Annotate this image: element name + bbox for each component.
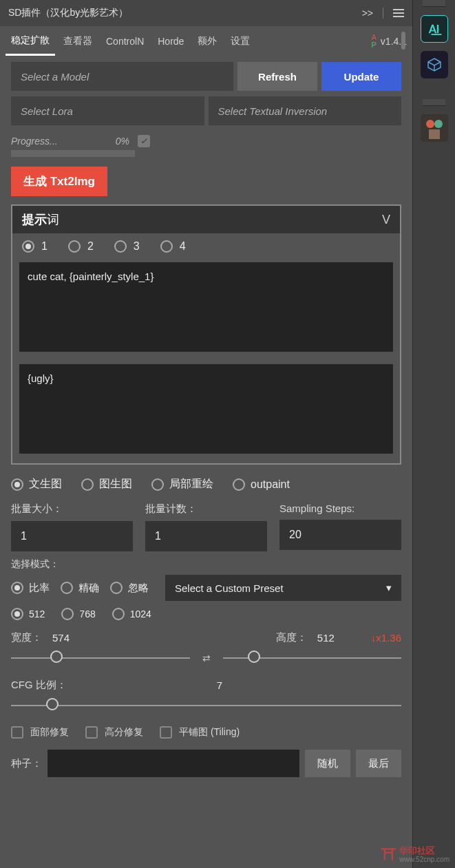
collapse-icon[interactable]: V bbox=[382, 213, 390, 227]
mode-inpaint-label: 局部重绘 bbox=[169, 477, 213, 491]
custom-preset-dropdown[interactable]: Select a Custom Preset ▾ bbox=[165, 575, 401, 601]
prompt-slot-2-radio[interactable] bbox=[68, 240, 81, 253]
mode-outpaint-label: outpaint bbox=[251, 478, 290, 491]
tiling-label: 平铺图 (Tiling) bbox=[179, 726, 240, 739]
res-1024-radio[interactable] bbox=[112, 608, 125, 620]
face-fix-checkbox[interactable] bbox=[11, 726, 23, 739]
collapse-icon[interactable]: >> bbox=[362, 8, 373, 19]
height-slider-thumb[interactable] bbox=[248, 650, 260, 663]
tab-bar: 稳定扩散 查看器 ControlN Horde 额外 设置 AP v1.4.1 bbox=[0, 26, 412, 56]
sidebar-notch bbox=[423, 0, 445, 7]
refresh-button[interactable]: Refresh bbox=[237, 62, 317, 91]
separator bbox=[383, 8, 383, 19]
tab-horde[interactable]: Horde bbox=[152, 29, 189, 54]
progress-checkbox[interactable]: ✓ bbox=[138, 135, 150, 147]
mode-outpaint-radio[interactable] bbox=[233, 478, 245, 491]
mode-txt2img-radio[interactable] bbox=[11, 478, 23, 491]
update-button[interactable]: Update bbox=[321, 62, 401, 91]
prompt-slot-3-label: 3 bbox=[134, 240, 140, 253]
prompt-header[interactable]: 提示词 V bbox=[12, 206, 400, 233]
batch-count-label: 批量计数： bbox=[145, 502, 267, 516]
menu-icon[interactable] bbox=[393, 9, 404, 17]
steps-input[interactable] bbox=[279, 520, 401, 550]
tab-stable-diffusion[interactable]: 稳定扩散 bbox=[6, 28, 55, 56]
watermark-en: www.52cnp.com bbox=[399, 855, 449, 864]
batch-size-label: 批量大小： bbox=[11, 502, 133, 516]
cfg-slider-thumb[interactable] bbox=[46, 698, 59, 710]
height-label: 高度： bbox=[276, 631, 317, 644]
titlebar: SD插件（汉化by光影艺术） >> bbox=[0, 0, 412, 26]
ratio-mode-radio[interactable] bbox=[11, 582, 23, 594]
exact-mode-radio[interactable] bbox=[61, 582, 73, 594]
ap-indicator: AP bbox=[372, 34, 377, 49]
mode-img2img-radio[interactable] bbox=[81, 478, 94, 491]
svg-point-4 bbox=[434, 120, 443, 128]
mode-inpaint-radio[interactable] bbox=[151, 478, 164, 491]
prompt-slot-row: 1 2 3 4 bbox=[12, 233, 400, 260]
res-512-radio[interactable] bbox=[11, 608, 23, 620]
mode-img2img-label: 图生图 bbox=[99, 477, 132, 491]
ai-plugin-icon[interactable]: A͟I bbox=[421, 15, 448, 43]
select-textual-inversion-dropdown[interactable]: Select Textual Inversion bbox=[209, 96, 402, 125]
height-slider[interactable] bbox=[223, 657, 402, 659]
right-sidebar: A͟I bbox=[412, 0, 455, 868]
svg-rect-5 bbox=[429, 129, 440, 139]
prompt-slot-4-label: 4 bbox=[180, 240, 186, 253]
watermark-cn: 华印社区 bbox=[399, 846, 449, 855]
width-value: 574 bbox=[52, 632, 94, 644]
batch-size-input[interactable] bbox=[11, 521, 133, 551]
ignore-mode-radio[interactable] bbox=[110, 582, 123, 594]
negative-prompt-input[interactable]: {ugly} bbox=[19, 364, 393, 454]
res-768-label: 768 bbox=[79, 608, 95, 620]
ignore-mode-label: 忽略 bbox=[128, 582, 149, 595]
main-panel: SD插件（汉化by光影艺术） >> 稳定扩散 查看器 ControlN Hord… bbox=[0, 0, 412, 868]
tabs-scrollbar[interactable] bbox=[401, 32, 405, 50]
select-model-dropdown[interactable]: Select a Model bbox=[11, 62, 233, 91]
mode-txt2img-label: 文生图 bbox=[29, 477, 62, 491]
res-768-radio[interactable] bbox=[61, 608, 74, 620]
hires-fix-label: 高分修复 bbox=[105, 726, 143, 739]
progress-percent: 0% bbox=[116, 136, 129, 147]
width-slider-thumb[interactable] bbox=[50, 650, 63, 663]
tab-controlnet[interactable]: ControlN bbox=[100, 29, 149, 54]
watermark: ⛩ 华印社区 www.52cnp.com bbox=[381, 846, 449, 864]
height-value: 512 bbox=[317, 632, 359, 644]
tab-viewer[interactable]: 查看器 bbox=[58, 28, 98, 54]
art-thumbnail-icon[interactable] bbox=[421, 114, 448, 142]
prompt-slot-1-label: 1 bbox=[41, 240, 47, 253]
generate-button[interactable]: 生成 Txt2Img bbox=[11, 167, 107, 196]
resolution-row: 512 768 1024 bbox=[11, 608, 401, 620]
cfg-label: CFG 比例： bbox=[11, 679, 217, 692]
prompt-slot-3-radio[interactable] bbox=[114, 240, 127, 253]
prompt-slot-4-radio[interactable] bbox=[160, 240, 173, 253]
res-512-label: 512 bbox=[29, 608, 45, 620]
tab-extras[interactable]: 额外 bbox=[192, 28, 222, 54]
batch-count-input[interactable] bbox=[145, 521, 267, 551]
tiling-checkbox[interactable] bbox=[160, 726, 172, 739]
chevron-down-icon: ▾ bbox=[386, 582, 392, 594]
seed-random-button[interactable]: 随机 bbox=[305, 750, 350, 777]
tab-settings[interactable]: 设置 bbox=[225, 28, 255, 54]
width-label: 宽度： bbox=[11, 631, 52, 644]
prompt-header-title: 提示词 bbox=[22, 211, 382, 228]
hires-fix-checkbox[interactable] bbox=[85, 726, 98, 739]
seed-input[interactable] bbox=[47, 750, 299, 777]
prompt-slot-1-radio[interactable] bbox=[22, 240, 34, 253]
seed-last-button[interactable]: 最后 bbox=[356, 750, 401, 777]
selection-mode-title: 选择模式： bbox=[11, 558, 401, 571]
seed-label: 种子： bbox=[11, 757, 42, 770]
prompt-section: 提示词 V 1 2 3 4 cute cat, {painterly_style… bbox=[11, 204, 401, 465]
cube-plugin-icon[interactable] bbox=[421, 51, 448, 78]
sidebar-notch-2 bbox=[423, 99, 445, 106]
cfg-value: 7 bbox=[217, 679, 222, 691]
res-1024-label: 1024 bbox=[130, 608, 151, 620]
select-lora-dropdown[interactable]: Select Lora bbox=[11, 96, 204, 125]
positive-prompt-input[interactable]: cute cat, {painterly_style_1} bbox=[19, 262, 393, 352]
link-dimensions-icon[interactable]: ⇄ bbox=[198, 650, 215, 666]
svg-point-3 bbox=[426, 120, 434, 128]
width-slider[interactable] bbox=[11, 657, 190, 659]
exact-mode-label: 精确 bbox=[78, 582, 99, 595]
generation-mode-row: 文生图 图生图 局部重绘 outpaint bbox=[11, 474, 401, 502]
cfg-slider[interactable] bbox=[11, 705, 401, 706]
progress-bar bbox=[11, 150, 135, 157]
